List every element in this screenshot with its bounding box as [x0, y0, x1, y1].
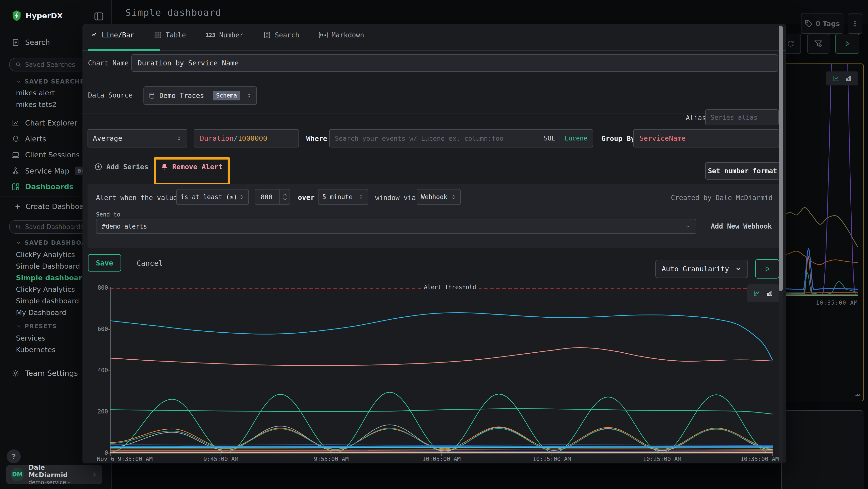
save-button[interactable]: Save [88, 254, 121, 271]
chart-name-value: Duration by Service Name [138, 59, 239, 67]
alias-label: Alias [686, 114, 706, 122]
saved-searches-section[interactable]: SAVED SEARCHES [16, 78, 89, 85]
saved-dashboard-item-active[interactable]: Simple dashboard [16, 274, 87, 282]
x-tick-label: 10:15:00 AM [525, 456, 579, 462]
where-label: Where [306, 135, 327, 143]
aggregation-value: Average [93, 134, 122, 142]
tags-count: 0 Tags [816, 20, 840, 28]
tab-markdown[interactable]: Markdown [317, 31, 366, 39]
sql-mode-toggle[interactable]: SQL [544, 135, 555, 142]
chevron-down-icon [16, 324, 21, 329]
saved-dashboard-item[interactable]: ClickPy Analytics [16, 285, 75, 293]
brand[interactable]: HyperDX [11, 10, 63, 21]
hierarchy-icon [11, 167, 20, 175]
cancel-button[interactable]: Cancel [137, 259, 163, 267]
set-number-format-button[interactable]: Set number format [705, 162, 780, 179]
data-source-select[interactable]: Demo Traces Schema [144, 86, 257, 105]
alert-threshold-input[interactable]: 800 [255, 189, 290, 205]
create-dashboard-button[interactable]: Create Dashboard [14, 202, 91, 211]
run-chart-button[interactable] [755, 259, 779, 279]
sidebar-item-chart-explorer[interactable]: Chart Explorer [11, 119, 78, 127]
bar-chart-icon[interactable] [845, 75, 852, 82]
tab-table[interactable]: Table [153, 31, 187, 39]
user-card[interactable]: DM Dale McDiarmid demo-service - [6, 465, 102, 484]
x-tick-label: 10:25:00 AM [636, 456, 689, 462]
lucene-mode-toggle[interactable]: Lucene [565, 135, 587, 142]
granularity-value: Auto Granularity [661, 265, 729, 273]
data-source-value: Demo Traces [159, 92, 204, 100]
tab-search[interactable]: Search [262, 31, 301, 39]
sidebar-item-alerts[interactable]: Alerts [11, 135, 46, 143]
tab-line-bar[interactable]: Line/Bar [88, 31, 136, 39]
granularity-select[interactable]: Auto Granularity [655, 260, 748, 278]
updown-chevrons-icon [176, 135, 182, 141]
modal-scrollbar-thumb[interactable] [779, 26, 783, 291]
presets-section[interactable]: PRESETS [16, 323, 57, 330]
user-name: Dale McDiarmid [28, 464, 86, 479]
add-series-button[interactable]: Add Series [94, 163, 149, 171]
background-chart-type-toggle[interactable] [826, 71, 858, 85]
panel-resize-handle[interactable] [855, 391, 860, 396]
sidebar-item-team-settings[interactable]: Team Settings [11, 369, 78, 377]
y-tick-label: 800 [97, 284, 108, 291]
gear-icon [11, 369, 20, 377]
saved-search-item[interactable]: mikes tets2 [16, 100, 56, 109]
sidebar-item-client-sessions[interactable]: Client Sessions [11, 151, 80, 159]
saved-dashboard-item[interactable]: My Dashboard [16, 309, 66, 317]
group-by-input[interactable]: ServiceName [633, 129, 779, 147]
alert-condition-select[interactable]: is at least (≥) [176, 189, 249, 205]
sidebar-item-dashboards[interactable]: Dashboards [11, 182, 73, 191]
panel-menu-button[interactable] [848, 13, 862, 34]
where-input[interactable]: Search your events w/ Lucene ex. column:… [329, 129, 593, 147]
alert-window-select[interactable]: 5 minute [318, 189, 368, 205]
saved-dashboard-item[interactable]: ClickPy Analytics [16, 251, 75, 259]
database-icon [148, 92, 156, 99]
saved-search-item[interactable]: mikes alert [16, 89, 55, 97]
preset-item[interactable]: Services [16, 334, 45, 342]
chart-name-input[interactable]: Duration by Service Name [131, 54, 778, 72]
brand-name: HyperDX [26, 11, 63, 20]
number-stepper[interactable] [279, 190, 289, 204]
line-chart-icon[interactable] [753, 289, 761, 297]
preview-chart: 800 600 400 200 0 Nov 6 9:35:00 AM 9:45:… [97, 280, 784, 473]
kebab-icon [851, 20, 859, 27]
group-by-value: ServiceName [640, 134, 686, 142]
add-new-webhook-button[interactable]: Add New Webhook [711, 222, 772, 230]
field-expression-input[interactable]: Duration/1000000 [194, 129, 299, 147]
hyperdx-logo-icon [11, 10, 22, 21]
alert-channel-select[interactable]: Webhook [416, 189, 461, 205]
alert-config-panel: Alert when the value is at least (≥) 800… [88, 184, 780, 248]
webhook-select[interactable]: #demo-alerts [96, 219, 696, 234]
group-by-label: Group By [601, 135, 635, 143]
avatar: DM [10, 468, 24, 481]
bar-chart-icon[interactable] [766, 290, 773, 297]
line-chart-icon[interactable] [833, 75, 840, 82]
expr-op: / [234, 134, 238, 142]
y-tick-label: 0 [97, 450, 108, 456]
chevron-down-icon [685, 224, 690, 229]
background-dashboard-panel-2 [781, 410, 863, 489]
remove-alert-highlight-box [154, 157, 230, 185]
plus-circle-icon [94, 163, 102, 171]
tags-button[interactable]: 0 Tags [801, 13, 843, 34]
alias-placeholder: Series alias [711, 114, 757, 121]
preset-item[interactable]: Kubernetes [16, 346, 56, 354]
send-to-label: Send to [96, 211, 120, 218]
saved-dashboards-placeholder: Saved Dashboards [25, 223, 84, 230]
filter-button[interactable] [807, 34, 830, 54]
search-doc-icon [11, 38, 20, 47]
y-tick-label: 600 [97, 325, 108, 333]
123-icon: 123 [206, 32, 215, 38]
run-query-button-background[interactable] [835, 34, 859, 54]
alias-input[interactable]: Series alias [705, 109, 779, 125]
saved-dashboard-item[interactable]: Simple dashboard [16, 297, 79, 305]
tab-number[interactable]: 123 Number [204, 31, 245, 39]
sidebar-item-search[interactable]: Search [11, 38, 50, 47]
sidebar-collapse-button[interactable] [94, 11, 104, 22]
user-org: demo-service - [28, 479, 86, 485]
help-button[interactable]: ? [7, 450, 21, 463]
remove-alert-button[interactable]: Remove Alert [161, 163, 223, 171]
saved-dashboard-item[interactable]: Simple Dashboard [16, 262, 80, 270]
chart-type-toggle[interactable] [747, 284, 779, 302]
aggregation-select[interactable]: Average [88, 129, 187, 147]
